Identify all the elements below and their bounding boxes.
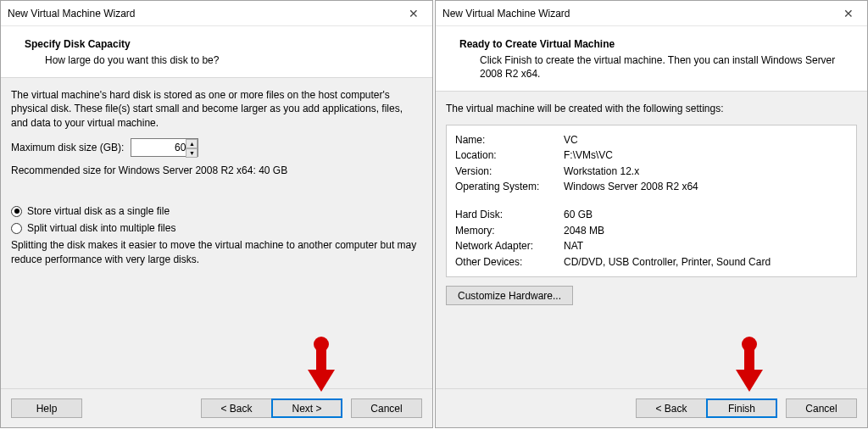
summary-row: Location:F:\VMs\VC (455, 148, 848, 164)
lead-text: The virtual machine will be created with… (446, 102, 857, 115)
page-title: Ready to Create Virtual Machine (459, 38, 843, 50)
summary-key: Other Devices: (455, 254, 564, 270)
page-subtitle: How large do you want this disk to be? (45, 53, 409, 67)
button-bar: < Back Finish Cancel (436, 388, 867, 427)
svg-point-3 (742, 337, 757, 352)
summary-key: Operating System: (455, 179, 564, 195)
wizard-header: Ready to Create Virtual Machine Click Fi… (436, 26, 867, 92)
svg-rect-1 (316, 348, 326, 371)
summary-row: Memory:2048 MB (455, 223, 848, 239)
close-icon[interactable]: ✕ (398, 3, 429, 24)
summary-key: Location: (455, 148, 564, 164)
summary-key: Hard Disk: (455, 207, 564, 223)
intro-text: The virtual machine's hard disk is store… (11, 88, 422, 130)
summary-row: Other Devices:CD/DVD, USB Controller, Pr… (455, 254, 848, 270)
svg-point-0 (314, 337, 329, 352)
summary-row: Operating System:Windows Server 2008 R2 … (455, 179, 848, 195)
close-icon[interactable]: ✕ (833, 3, 864, 24)
titlebar: New Virtual Machine Wizard ✕ (436, 1, 867, 26)
finish-button[interactable]: Finish (706, 398, 777, 418)
summary-value: VC (564, 132, 578, 148)
summary-key: Network Adapter: (455, 238, 564, 254)
customize-hardware-button[interactable]: Customize Hardware... (446, 286, 573, 305)
radio-label: Store virtual disk as a single file (27, 204, 170, 218)
summary-row: Network Adapter:NAT (455, 238, 848, 254)
next-button[interactable]: Next > (271, 398, 342, 418)
titlebar: New Virtual Machine Wizard ✕ (1, 1, 432, 26)
summary-value: CD/DVD, USB Controller, Printer, Sound C… (564, 254, 771, 270)
annotation-arrow-icon (732, 336, 766, 395)
summary-value: 60 GB (564, 207, 593, 223)
radio-icon (11, 206, 22, 217)
radio-label: Split virtual disk into multiple files (27, 221, 175, 235)
content-area: The virtual machine's hard disk is store… (1, 78, 432, 388)
content-area: The virtual machine will be created with… (436, 92, 867, 388)
window-title: New Virtual Machine Wizard (442, 8, 570, 20)
summary-box: Name:VCLocation:F:\VMs\VCVersion:Worksta… (446, 125, 857, 278)
summary-value: F:\VMs\VC (564, 148, 613, 164)
radio-icon (11, 223, 22, 234)
split-hint: Splitting the disk makes it easier to mo… (11, 238, 422, 265)
radio-split-multiple[interactable]: Split virtual disk into multiple files (11, 221, 422, 235)
summary-value: Windows Server 2008 R2 x64 (564, 179, 698, 195)
summary-row: Hard Disk:60 GB (455, 207, 848, 223)
spinner-buttons[interactable]: ▲▼ (186, 139, 198, 156)
annotation-arrow-icon (304, 336, 338, 395)
cancel-button[interactable]: Cancel (786, 398, 857, 418)
summary-key: Memory: (455, 223, 564, 239)
window-title: New Virtual Machine Wizard (8, 8, 136, 20)
radio-store-single[interactable]: Store virtual disk as a single file (11, 204, 422, 218)
ready-dialog: New Virtual Machine Wizard ✕ Ready to Cr… (435, 0, 868, 428)
max-disk-label: Maximum disk size (GB): (11, 141, 124, 154)
summary-key: Name: (455, 132, 564, 148)
summary-value: NAT (564, 238, 583, 254)
disk-capacity-dialog: New Virtual Machine Wizard ✕ Specify Dis… (0, 0, 433, 428)
recommended-text: Recommended size for Windows Server 2008… (11, 164, 422, 177)
summary-value: 2048 MB (564, 223, 604, 239)
back-button[interactable]: < Back (201, 398, 272, 418)
page-subtitle: Click Finish to create the virtual machi… (480, 53, 843, 81)
summary-key: Version: (455, 164, 564, 180)
button-bar: Help < Back Next > Cancel (1, 388, 432, 427)
svg-rect-4 (744, 348, 754, 371)
summary-row: Version:Workstation 12.x (455, 164, 848, 180)
summary-value: Workstation 12.x (564, 164, 639, 180)
back-button[interactable]: < Back (636, 398, 707, 418)
help-button[interactable]: Help (11, 398, 82, 418)
page-title: Specify Disk Capacity (25, 38, 409, 50)
cancel-button[interactable]: Cancel (351, 398, 422, 418)
wizard-header: Specify Disk Capacity How large do you w… (1, 26, 432, 78)
summary-row: Name:VC (455, 132, 848, 148)
